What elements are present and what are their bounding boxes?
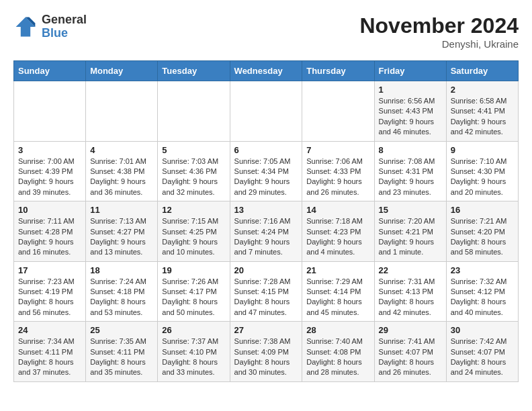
month-title: November 2024 [359,13,519,38]
day-info: Sunrise: 7:20 AM Sunset: 4:21 PM Dayligh… [379,216,442,258]
day-number: 27 [234,325,298,335]
day-number: 9 [451,145,514,155]
day-info: Sunrise: 7:32 AM Sunset: 4:12 PM Dayligh… [451,277,514,318]
day-number: 19 [162,265,225,275]
calendar-cell [86,81,158,142]
calendar-header: SundayMondayTuesdayWednesdayThursdayFrid… [14,61,519,81]
calendar-week-4: 24Sunrise: 7:34 AM Sunset: 4:11 PM Dayli… [14,322,519,382]
day-number: 3 [18,145,81,155]
calendar-cell: 27Sunrise: 7:38 AM Sunset: 4:09 PM Dayli… [230,322,302,382]
day-info: Sunrise: 7:10 AM Sunset: 4:30 PM Dayligh… [451,156,514,198]
day-number: 5 [162,145,225,155]
col-header-monday: Monday [86,61,158,81]
day-number: 21 [306,265,369,275]
calendar-cell: 16Sunrise: 7:21 AM Sunset: 4:20 PM Dayli… [446,201,518,262]
day-number: 1 [379,85,442,95]
calendar-week-2: 10Sunrise: 7:11 AM Sunset: 4:28 PM Dayli… [14,201,519,262]
day-info: Sunrise: 7:18 AM Sunset: 4:23 PM Dayligh… [306,216,369,258]
day-info: Sunrise: 7:15 AM Sunset: 4:25 PM Dayligh… [162,216,225,258]
col-header-tuesday: Tuesday [158,61,230,81]
calendar-cell [302,81,374,142]
calendar-cell: 4Sunrise: 7:01 AM Sunset: 4:38 PM Daylig… [86,141,158,201]
day-number: 17 [18,265,81,275]
calendar-cell: 28Sunrise: 7:40 AM Sunset: 4:08 PM Dayli… [302,322,374,382]
logo-general: General [42,13,87,26]
day-info: Sunrise: 7:28 AM Sunset: 4:15 PM Dayligh… [234,277,298,318]
calendar-cell: 2Sunrise: 6:58 AM Sunset: 4:41 PM Daylig… [446,81,518,142]
day-info: Sunrise: 7:35 AM Sunset: 4:11 PM Dayligh… [90,336,153,378]
calendar-cell: 5Sunrise: 7:03 AM Sunset: 4:36 PM Daylig… [158,141,230,201]
day-info: Sunrise: 7:16 AM Sunset: 4:24 PM Dayligh… [234,216,298,258]
day-info: Sunrise: 7:37 AM Sunset: 4:10 PM Dayligh… [162,336,225,378]
calendar-cell: 7Sunrise: 7:06 AM Sunset: 4:33 PM Daylig… [302,141,374,201]
day-number: 22 [379,265,442,275]
day-info: Sunrise: 7:24 AM Sunset: 4:18 PM Dayligh… [90,277,153,318]
day-number: 10 [18,205,81,215]
col-header-saturday: Saturday [446,61,518,81]
day-info: Sunrise: 7:21 AM Sunset: 4:20 PM Dayligh… [451,216,514,258]
calendar-cell: 14Sunrise: 7:18 AM Sunset: 4:23 PM Dayli… [302,201,374,262]
calendar-cell [14,81,86,142]
calendar-cell: 1Sunrise: 6:56 AM Sunset: 4:43 PM Daylig… [374,81,446,142]
day-info: Sunrise: 7:13 AM Sunset: 4:27 PM Dayligh… [90,216,153,258]
day-number: 20 [234,265,298,275]
day-info: Sunrise: 6:56 AM Sunset: 4:43 PM Dayligh… [379,96,442,138]
day-number: 29 [379,325,442,335]
calendar-cell: 19Sunrise: 7:26 AM Sunset: 4:17 PM Dayli… [158,261,230,322]
day-info: Sunrise: 7:03 AM Sunset: 4:36 PM Dayligh… [162,156,225,198]
calendar-cell: 13Sunrise: 7:16 AM Sunset: 4:24 PM Dayli… [230,201,302,262]
calendar-cell: 30Sunrise: 7:42 AM Sunset: 4:07 PM Dayli… [446,322,518,382]
calendar-cell: 20Sunrise: 7:28 AM Sunset: 4:15 PM Dayli… [230,261,302,322]
day-info: Sunrise: 7:06 AM Sunset: 4:33 PM Dayligh… [306,156,369,198]
logo-text: General Blue [42,13,87,40]
col-header-thursday: Thursday [302,61,374,81]
calendar-cell: 8Sunrise: 7:08 AM Sunset: 4:31 PM Daylig… [374,141,446,201]
calendar-week-0: 1Sunrise: 6:56 AM Sunset: 4:43 PM Daylig… [14,81,519,142]
day-number: 26 [162,325,225,335]
day-number: 25 [90,325,153,335]
day-info: Sunrise: 7:34 AM Sunset: 4:11 PM Dayligh… [18,336,81,378]
calendar-cell: 11Sunrise: 7:13 AM Sunset: 4:27 PM Dayli… [86,201,158,262]
col-header-sunday: Sunday [14,61,86,81]
day-info: Sunrise: 7:31 AM Sunset: 4:13 PM Dayligh… [379,277,442,318]
day-number: 7 [306,145,369,155]
day-number: 16 [451,205,514,215]
logo-blue: Blue [42,26,68,40]
day-info: Sunrise: 7:00 AM Sunset: 4:39 PM Dayligh… [18,156,81,198]
calendar-cell: 3Sunrise: 7:00 AM Sunset: 4:39 PM Daylig… [14,141,86,201]
day-number: 28 [306,325,369,335]
day-info: Sunrise: 7:23 AM Sunset: 4:19 PM Dayligh… [18,277,81,318]
day-info: Sunrise: 6:58 AM Sunset: 4:41 PM Dayligh… [451,96,514,138]
logo: General Blue [13,13,87,40]
day-number: 30 [451,325,514,335]
day-number: 2 [451,85,514,95]
day-info: Sunrise: 7:08 AM Sunset: 4:31 PM Dayligh… [379,156,442,198]
day-info: Sunrise: 7:29 AM Sunset: 4:14 PM Dayligh… [306,277,369,318]
day-number: 24 [18,325,81,335]
calendar-cell: 15Sunrise: 7:20 AM Sunset: 4:21 PM Dayli… [374,201,446,262]
calendar-cell: 17Sunrise: 7:23 AM Sunset: 4:19 PM Dayli… [14,261,86,322]
day-number: 11 [90,205,153,215]
day-number: 8 [379,145,442,155]
title-block: November 2024 Denyshi, Ukraine [359,13,519,50]
day-number: 12 [162,205,225,215]
calendar-cell: 25Sunrise: 7:35 AM Sunset: 4:11 PM Dayli… [86,322,158,382]
day-info: Sunrise: 7:42 AM Sunset: 4:07 PM Dayligh… [451,336,514,378]
day-number: 13 [234,205,298,215]
page-header: General Blue November 2024 Denyshi, Ukra… [13,13,519,50]
day-number: 23 [451,265,514,275]
calendar-cell: 9Sunrise: 7:10 AM Sunset: 4:30 PM Daylig… [446,141,518,201]
day-info: Sunrise: 7:41 AM Sunset: 4:07 PM Dayligh… [379,336,442,378]
day-number: 18 [90,265,153,275]
day-number: 15 [379,205,442,215]
location: Denyshi, Ukraine [359,38,519,50]
calendar-cell: 12Sunrise: 7:15 AM Sunset: 4:25 PM Dayli… [158,201,230,262]
svg-marker-0 [16,17,36,36]
logo-icon [13,15,38,39]
day-number: 4 [90,145,153,155]
day-info: Sunrise: 7:38 AM Sunset: 4:09 PM Dayligh… [234,336,298,378]
calendar-week-1: 3Sunrise: 7:00 AM Sunset: 4:39 PM Daylig… [14,141,519,201]
day-info: Sunrise: 7:26 AM Sunset: 4:17 PM Dayligh… [162,277,225,318]
calendar-week-3: 17Sunrise: 7:23 AM Sunset: 4:19 PM Dayli… [14,261,519,322]
col-header-friday: Friday [374,61,446,81]
